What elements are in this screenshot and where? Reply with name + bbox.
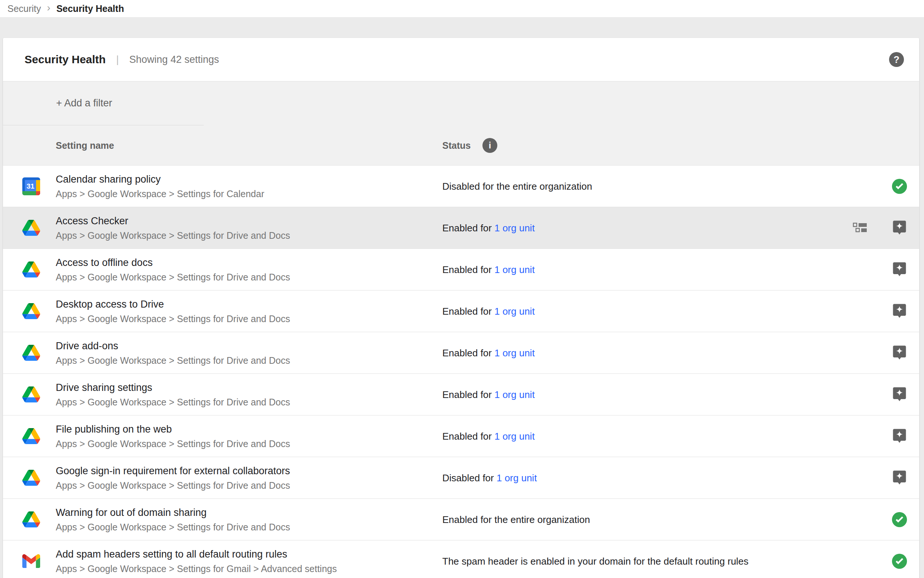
status-cell: Enabled for the entire organization xyxy=(442,514,590,525)
status-text: Disabled for xyxy=(442,472,497,483)
status-ok-icon[interactable] xyxy=(891,511,908,528)
table-row[interactable]: Add spam headers setting to all default … xyxy=(3,540,919,578)
status-text: Disabled for the entire organization xyxy=(442,180,592,192)
breadcrumb-security-link[interactable]: Security xyxy=(7,3,41,14)
table-row[interactable]: Drive add-ons Apps > Google Workspace > … xyxy=(3,332,919,373)
status-text: Enabled for xyxy=(442,264,494,275)
org-unit-link[interactable]: 1 org unit xyxy=(494,222,534,233)
setting-name: Warning for out of domain sharing xyxy=(56,507,290,518)
column-header-status: Status xyxy=(442,140,471,151)
status-cell: Enabled for 1 org unit xyxy=(442,264,535,275)
setting-path: Apps > Google Workspace > Settings for D… xyxy=(56,230,290,241)
setting-name: Google sign-in requirement for external … xyxy=(56,465,290,476)
column-header-setting-name: Setting name xyxy=(56,140,114,151)
settings-table: 31 Calendar sharing policy Apps > Google… xyxy=(3,165,919,578)
setting-name: Calendar sharing policy xyxy=(56,173,264,185)
status-cell: Enabled for 1 org unit xyxy=(442,305,535,317)
setting-name: File publishing on the web xyxy=(56,423,290,435)
setting-name: Access Checker xyxy=(56,215,290,227)
page-title: Security Health xyxy=(24,53,105,66)
setting-name: Drive sharing settings xyxy=(56,382,290,393)
setting-path: Apps > Google Workspace > Settings for D… xyxy=(56,521,290,532)
status-cell: Enabled for 1 org unit xyxy=(442,347,535,359)
drive-icon xyxy=(22,427,40,445)
table-row[interactable]: Warning for out of domain sharing Apps >… xyxy=(3,498,919,540)
setting-path: Apps > Google Workspace > Settings for D… xyxy=(56,313,290,324)
table-row[interactable]: Access to offline docs Apps > Google Wor… xyxy=(3,248,919,290)
drive-icon xyxy=(22,344,40,362)
calendar-icon: 31 xyxy=(22,177,40,195)
status-text: Enabled for xyxy=(442,389,494,400)
card-header: Security Health | Showing 42 settings ? xyxy=(3,38,919,81)
status-ok-icon[interactable] xyxy=(891,178,908,195)
settings-count-label: Showing 42 settings xyxy=(129,54,219,65)
setting-name: Desktop access to Drive xyxy=(56,298,290,310)
status-ok-icon[interactable] xyxy=(891,553,908,570)
setting-path: Apps > Google Workspace > Settings for D… xyxy=(56,355,290,365)
org-unit-link[interactable]: 1 org unit xyxy=(494,347,534,358)
org-unit-link[interactable]: 1 org unit xyxy=(494,430,534,442)
table-row[interactable]: Google sign-in requirement for external … xyxy=(3,457,919,498)
drive-icon xyxy=(22,302,40,320)
status-text: Enabled for xyxy=(442,430,494,442)
toolbar-section: + Add a filter Setting name Status i xyxy=(3,81,919,165)
suggestion-icon[interactable] xyxy=(891,261,908,278)
org-unit-link[interactable]: 1 org unit xyxy=(494,305,534,317)
filter-icon[interactable] xyxy=(21,100,35,107)
org-unit-link[interactable]: 1 org unit xyxy=(497,472,537,483)
title-divider: | xyxy=(116,54,118,65)
breadcrumb-current-page: Security Health xyxy=(57,3,124,14)
security-health-card: Security Health | Showing 42 settings ? … xyxy=(3,38,919,578)
setting-path: Apps > Google Workspace > Settings for D… xyxy=(56,480,290,490)
chevron-right-icon: › xyxy=(47,3,50,15)
breadcrumb: Security › Security Health xyxy=(0,0,924,17)
status-text: The spam header is enabled in your domai… xyxy=(442,555,749,567)
help-icon[interactable]: ? xyxy=(889,52,904,67)
setting-name: Access to offline docs xyxy=(56,257,290,268)
drive-icon xyxy=(22,386,40,404)
status-text: Enabled for xyxy=(442,347,494,358)
status-text: Enabled for xyxy=(442,222,494,233)
drive-icon xyxy=(22,469,40,487)
table-row[interactable]: Desktop access to Drive Apps > Google Wo… xyxy=(3,290,919,332)
filter-bar: + Add a filter xyxy=(3,81,919,125)
status-cell: Enabled for 1 org unit xyxy=(442,389,535,400)
setting-path: Apps > Google Workspace > Settings for D… xyxy=(56,271,290,282)
setting-name: Drive add-ons xyxy=(56,340,290,351)
suggestion-icon[interactable] xyxy=(891,469,908,487)
suggestion-icon[interactable] xyxy=(891,219,908,237)
org-unit-link[interactable]: 1 org unit xyxy=(494,389,534,400)
org-unit-link[interactable]: 1 org unit xyxy=(494,264,534,275)
table-row[interactable]: Drive sharing settings Apps > Google Wor… xyxy=(3,373,919,415)
status-cell: Disabled for 1 org unit xyxy=(442,472,537,484)
table-row[interactable]: 31 Calendar sharing policy Apps > Google… xyxy=(3,165,919,207)
add-filter-button[interactable]: + Add a filter xyxy=(56,97,112,109)
table-header-row: Setting name Status i xyxy=(3,125,919,165)
drive-icon xyxy=(22,261,40,279)
status-cell: The spam header is enabled in your domai… xyxy=(442,555,749,567)
status-cell: Enabled for 1 org unit xyxy=(442,430,535,442)
setting-path: Apps > Google Workspace > Settings for D… xyxy=(56,438,290,449)
table-row[interactable]: File publishing on the web Apps > Google… xyxy=(3,415,919,457)
status-info-icon[interactable]: i xyxy=(482,138,497,153)
svg-text:31: 31 xyxy=(26,182,34,190)
suggestion-icon[interactable] xyxy=(891,386,908,403)
drive-icon xyxy=(22,219,40,237)
suggestion-icon[interactable] xyxy=(891,344,908,362)
suggestion-icon[interactable] xyxy=(891,303,908,320)
gmail-icon xyxy=(22,552,40,570)
status-text: Enabled for the entire organization xyxy=(442,514,590,525)
setting-name: Add spam headers setting to all default … xyxy=(56,548,337,560)
org-units-icon xyxy=(853,222,867,234)
setting-path: Apps > Google Workspace > Settings for C… xyxy=(56,188,264,199)
suggestion-icon[interactable] xyxy=(891,428,908,445)
status-cell: Enabled for 1 org unit xyxy=(442,222,535,234)
setting-path: Apps > Google Workspace > Settings for G… xyxy=(56,563,337,574)
status-cell: Disabled for the entire organization xyxy=(442,180,592,192)
drive-icon xyxy=(22,511,40,529)
table-row[interactable]: Access Checker Apps > Google Workspace >… xyxy=(3,207,919,248)
setting-path: Apps > Google Workspace > Settings for D… xyxy=(56,396,290,407)
status-text: Enabled for xyxy=(442,305,494,317)
